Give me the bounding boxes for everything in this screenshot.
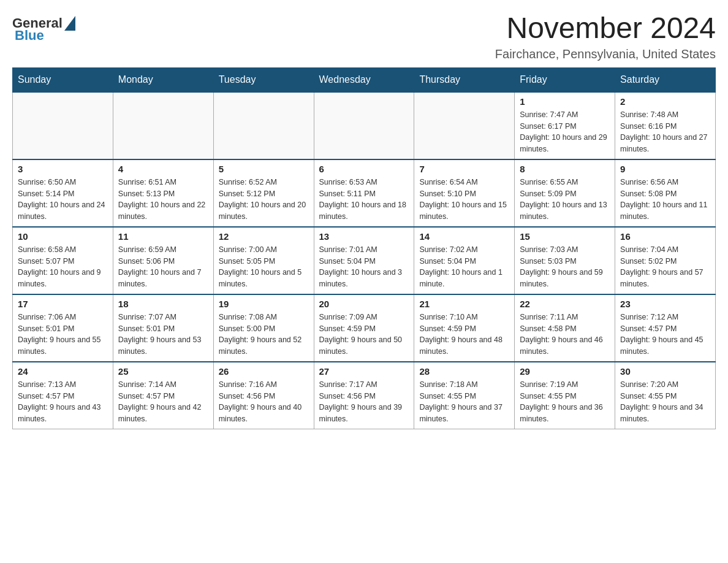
logo-blue-text: Blue: [15, 28, 44, 44]
calendar-cell-0-4: [414, 92, 515, 159]
calendar-cell-1-1: 4Sunrise: 6:51 AM Sunset: 5:13 PM Daylig…: [113, 159, 213, 227]
calendar-cell-2-3: 13Sunrise: 7:01 AM Sunset: 5:04 PM Dayli…: [314, 227, 414, 294]
day-number: 30: [620, 366, 710, 377]
calendar-header-tuesday: Tuesday: [213, 67, 314, 92]
day-number: 18: [118, 299, 208, 309]
day-number: 7: [419, 164, 509, 174]
calendar-cell-3-6: 23Sunrise: 7:12 AM Sunset: 4:57 PM Dayli…: [615, 294, 716, 362]
calendar-cell-3-2: 19Sunrise: 7:08 AM Sunset: 5:00 PM Dayli…: [213, 294, 314, 362]
calendar-cell-1-5: 8Sunrise: 6:55 AM Sunset: 5:09 PM Daylig…: [515, 159, 615, 227]
calendar-cell-1-6: 9Sunrise: 6:56 AM Sunset: 5:08 PM Daylig…: [615, 159, 716, 227]
header: General Blue November 2024 Fairchance, P…: [12, 12, 716, 61]
day-info: Sunrise: 7:13 AM Sunset: 4:57 PM Dayligh…: [18, 379, 108, 425]
day-info: Sunrise: 7:11 AM Sunset: 4:58 PM Dayligh…: [520, 312, 610, 358]
calendar-cell-3-4: 21Sunrise: 7:10 AM Sunset: 4:59 PM Dayli…: [414, 294, 515, 362]
day-number: 21: [419, 299, 509, 309]
calendar-table: SundayMondayTuesdayWednesdayThursdayFrid…: [12, 67, 716, 429]
day-info: Sunrise: 7:17 AM Sunset: 4:56 PM Dayligh…: [319, 379, 409, 425]
month-title: November 2024: [495, 12, 716, 45]
calendar-cell-4-6: 30Sunrise: 7:20 AM Sunset: 4:55 PM Dayli…: [615, 362, 716, 429]
day-info: Sunrise: 6:58 AM Sunset: 5:07 PM Dayligh…: [18, 244, 108, 290]
calendar-cell-0-1: [113, 92, 213, 159]
calendar-cell-0-0: [13, 92, 113, 159]
day-info: Sunrise: 7:20 AM Sunset: 4:55 PM Dayligh…: [620, 379, 710, 425]
day-info: Sunrise: 7:09 AM Sunset: 4:59 PM Dayligh…: [319, 312, 409, 358]
calendar-cell-0-3: [314, 92, 414, 159]
day-info: Sunrise: 6:51 AM Sunset: 5:13 PM Dayligh…: [118, 177, 208, 223]
day-number: 24: [18, 366, 108, 377]
calendar-cell-2-0: 10Sunrise: 6:58 AM Sunset: 5:07 PM Dayli…: [13, 227, 113, 294]
day-info: Sunrise: 6:50 AM Sunset: 5:14 PM Dayligh…: [18, 177, 108, 223]
calendar-cell-2-4: 14Sunrise: 7:02 AM Sunset: 5:04 PM Dayli…: [414, 227, 515, 294]
day-number: 27: [319, 366, 409, 377]
day-info: Sunrise: 7:14 AM Sunset: 4:57 PM Dayligh…: [118, 379, 208, 425]
calendar-week-row-2: 10Sunrise: 6:58 AM Sunset: 5:07 PM Dayli…: [13, 227, 716, 294]
day-number: 23: [620, 299, 710, 309]
day-info: Sunrise: 7:03 AM Sunset: 5:03 PM Dayligh…: [520, 244, 610, 290]
calendar-cell-4-3: 27Sunrise: 7:17 AM Sunset: 4:56 PM Dayli…: [314, 362, 414, 429]
calendar-week-row-3: 17Sunrise: 7:06 AM Sunset: 5:01 PM Dayli…: [13, 294, 716, 362]
calendar-cell-4-5: 29Sunrise: 7:19 AM Sunset: 4:55 PM Dayli…: [515, 362, 615, 429]
day-info: Sunrise: 7:48 AM Sunset: 6:16 PM Dayligh…: [620, 109, 710, 155]
day-number: 15: [520, 231, 610, 242]
calendar-cell-4-1: 25Sunrise: 7:14 AM Sunset: 4:57 PM Dayli…: [113, 362, 213, 429]
logo: General Blue: [12, 12, 75, 44]
day-info: Sunrise: 7:08 AM Sunset: 5:00 PM Dayligh…: [219, 312, 309, 358]
day-number: 26: [219, 366, 309, 377]
day-number: 11: [118, 231, 208, 242]
day-info: Sunrise: 7:16 AM Sunset: 4:56 PM Dayligh…: [219, 379, 309, 425]
day-number: 29: [520, 366, 610, 377]
calendar-header-row: SundayMondayTuesdayWednesdayThursdayFrid…: [13, 67, 716, 92]
calendar-cell-1-3: 6Sunrise: 6:53 AM Sunset: 5:11 PM Daylig…: [314, 159, 414, 227]
day-number: 2: [620, 96, 710, 107]
calendar-cell-2-6: 16Sunrise: 7:04 AM Sunset: 5:02 PM Dayli…: [615, 227, 716, 294]
day-info: Sunrise: 6:52 AM Sunset: 5:12 PM Dayligh…: [219, 177, 309, 223]
day-number: 4: [118, 164, 208, 174]
calendar-cell-4-4: 28Sunrise: 7:18 AM Sunset: 4:55 PM Dayli…: [414, 362, 515, 429]
calendar-cell-4-0: 24Sunrise: 7:13 AM Sunset: 4:57 PM Dayli…: [13, 362, 113, 429]
day-number: 19: [219, 299, 309, 309]
calendar-cell-0-2: [213, 92, 314, 159]
day-number: 12: [219, 231, 309, 242]
calendar-week-row-0: 1Sunrise: 7:47 AM Sunset: 6:17 PM Daylig…: [13, 92, 716, 159]
day-info: Sunrise: 7:06 AM Sunset: 5:01 PM Dayligh…: [18, 312, 108, 358]
day-info: Sunrise: 6:54 AM Sunset: 5:10 PM Dayligh…: [419, 177, 509, 223]
day-number: 28: [419, 366, 509, 377]
day-info: Sunrise: 7:19 AM Sunset: 4:55 PM Dayligh…: [520, 379, 610, 425]
calendar-cell-1-2: 5Sunrise: 6:52 AM Sunset: 5:12 PM Daylig…: [213, 159, 314, 227]
calendar-week-row-1: 3Sunrise: 6:50 AM Sunset: 5:14 PM Daylig…: [13, 159, 716, 227]
location-title: Fairchance, Pennsylvania, United States: [495, 47, 716, 61]
day-number: 14: [419, 231, 509, 242]
calendar-header-saturday: Saturday: [615, 67, 716, 92]
calendar-cell-2-1: 11Sunrise: 6:59 AM Sunset: 5:06 PM Dayli…: [113, 227, 213, 294]
day-info: Sunrise: 7:07 AM Sunset: 5:01 PM Dayligh…: [118, 312, 208, 358]
day-number: 16: [620, 231, 710, 242]
calendar-header-wednesday: Wednesday: [314, 67, 414, 92]
day-info: Sunrise: 6:56 AM Sunset: 5:08 PM Dayligh…: [620, 177, 710, 223]
calendar-header-friday: Friday: [515, 67, 615, 92]
day-info: Sunrise: 7:02 AM Sunset: 5:04 PM Dayligh…: [419, 244, 509, 290]
calendar-header-monday: Monday: [113, 67, 213, 92]
day-number: 5: [219, 164, 309, 174]
calendar-week-row-4: 24Sunrise: 7:13 AM Sunset: 4:57 PM Dayli…: [13, 362, 716, 429]
calendar-cell-2-5: 15Sunrise: 7:03 AM Sunset: 5:03 PM Dayli…: [515, 227, 615, 294]
calendar-cell-4-2: 26Sunrise: 7:16 AM Sunset: 4:56 PM Dayli…: [213, 362, 314, 429]
calendar-cell-3-3: 20Sunrise: 7:09 AM Sunset: 4:59 PM Dayli…: [314, 294, 414, 362]
day-number: 25: [118, 366, 208, 377]
day-number: 8: [520, 164, 610, 174]
title-area: November 2024 Fairchance, Pennsylvania, …: [495, 12, 716, 61]
calendar-cell-3-0: 17Sunrise: 7:06 AM Sunset: 5:01 PM Dayli…: [13, 294, 113, 362]
day-info: Sunrise: 6:55 AM Sunset: 5:09 PM Dayligh…: [520, 177, 610, 223]
calendar-cell-0-6: 2Sunrise: 7:48 AM Sunset: 6:16 PM Daylig…: [615, 92, 716, 159]
day-number: 17: [18, 299, 108, 309]
day-info: Sunrise: 7:00 AM Sunset: 5:05 PM Dayligh…: [219, 244, 309, 290]
calendar-cell-2-2: 12Sunrise: 7:00 AM Sunset: 5:05 PM Dayli…: [213, 227, 314, 294]
calendar-cell-3-1: 18Sunrise: 7:07 AM Sunset: 5:01 PM Dayli…: [113, 294, 213, 362]
day-number: 6: [319, 164, 409, 174]
calendar-header-sunday: Sunday: [13, 67, 113, 92]
day-number: 1: [520, 96, 610, 107]
day-info: Sunrise: 7:47 AM Sunset: 6:17 PM Dayligh…: [520, 109, 610, 155]
calendar-cell-1-4: 7Sunrise: 6:54 AM Sunset: 5:10 PM Daylig…: [414, 159, 515, 227]
day-info: Sunrise: 6:53 AM Sunset: 5:11 PM Dayligh…: [319, 177, 409, 223]
day-info: Sunrise: 7:12 AM Sunset: 4:57 PM Dayligh…: [620, 312, 710, 358]
